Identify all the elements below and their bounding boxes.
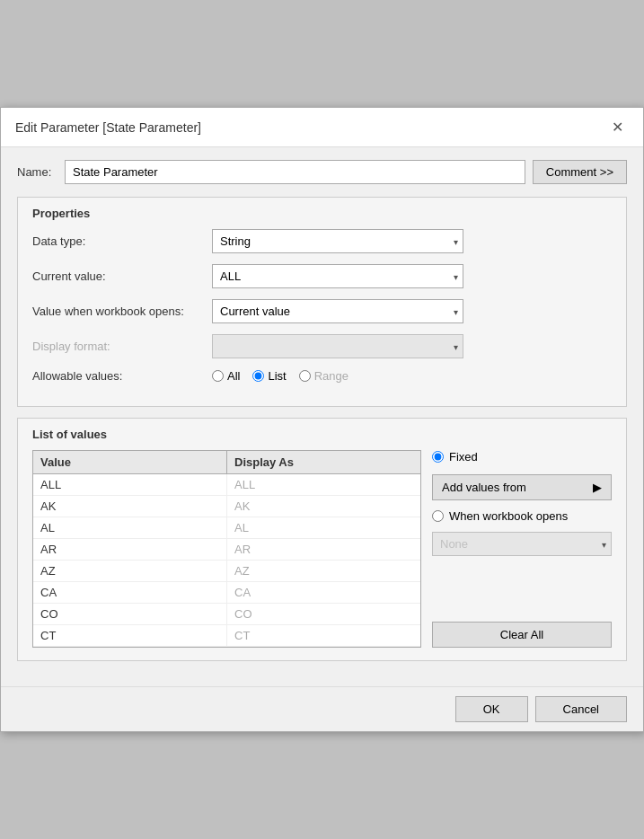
allowable-all-label: All [227, 369, 240, 383]
display-format-select [212, 334, 463, 358]
list-cell-value: CT [33, 625, 227, 646]
none-select: None [432, 532, 612, 556]
allowable-values-label: Allowable values: [32, 369, 212, 383]
workbook-opens-radio[interactable] [432, 510, 444, 522]
dialog-title: Edit Parameter [State Parameter] [15, 120, 201, 135]
data-type-row: Data type: String Integer Float Boolean … [32, 229, 612, 253]
list-cell-display: AK [227, 496, 420, 517]
dialog-content: Name: Comment >> Properties Data type: S… [1, 147, 643, 686]
workbook-opens-row: Value when workbook opens: Current value… [32, 299, 612, 323]
workbook-opens-select[interactable]: Current value None All [212, 299, 463, 323]
allowable-range-radio[interactable] [299, 370, 311, 382]
column-display-header: Display As [227, 451, 420, 473]
display-format-select-wrapper: ▾ [212, 334, 463, 358]
current-value-label: Current value: [32, 269, 212, 283]
list-item[interactable]: AK AK [33, 496, 420, 517]
none-select-wrapper: None ▾ [432, 532, 612, 556]
add-values-button[interactable]: Add values from ▶ [432, 474, 612, 500]
allowable-all-option[interactable]: All [212, 369, 240, 383]
allowable-list-radio[interactable] [252, 370, 264, 382]
list-item[interactable]: CA CA [33, 582, 420, 604]
clear-all-button[interactable]: Clear All [432, 622, 612, 648]
list-body: Value Display As ALL ALL AK AK AL AL AR … [32, 450, 612, 648]
edit-parameter-dialog: Edit Parameter [State Parameter] ✕ Name:… [0, 107, 644, 732]
list-cell-display: ALL [227, 474, 420, 495]
list-item[interactable]: AR AR [33, 539, 420, 561]
workbook-opens-list-label: When workbook opens [449, 509, 568, 523]
current-value-select-wrapper: ALL AK AL AR AZ CA CO CT ▾ [212, 264, 463, 288]
list-table: Value Display As ALL ALL AK AK AL AL AR … [32, 450, 421, 648]
fixed-label: Fixed [449, 450, 478, 464]
properties-title: Properties [32, 207, 612, 220]
list-header: Value Display As [33, 451, 420, 474]
list-cell-display: AR [227, 539, 420, 560]
allowable-values-radio-group: All List Range [212, 369, 348, 383]
list-cell-value: AK [33, 496, 227, 517]
list-cell-display: CO [227, 604, 420, 624]
name-input[interactable] [65, 160, 525, 184]
display-format-label: Display format: [32, 340, 212, 353]
name-label: Name: [17, 165, 57, 179]
data-type-select-wrapper: String Integer Float Boolean Date DateTi… [212, 229, 463, 253]
list-cell-value: AR [33, 539, 227, 560]
column-value-header: Value [33, 451, 227, 473]
list-section: List of values Value Display As ALL ALL … [17, 418, 627, 661]
ok-button[interactable]: OK [455, 696, 528, 722]
list-cell-value: AZ [33, 561, 227, 581]
allowable-list-option[interactable]: List [252, 369, 286, 383]
fixed-radio[interactable] [432, 451, 444, 463]
list-item[interactable]: CO CO [33, 604, 420, 625]
list-section-title: List of values [32, 428, 612, 441]
list-cell-display: AZ [227, 561, 420, 581]
title-bar: Edit Parameter [State Parameter] ✕ [1, 108, 643, 147]
properties-section: Properties Data type: String Integer Flo… [17, 197, 627, 407]
close-button[interactable]: ✕ [606, 117, 629, 137]
list-item[interactable]: AZ AZ [33, 561, 420, 582]
list-item[interactable]: AL AL [33, 517, 420, 539]
allowable-range-label: Range [314, 369, 348, 383]
list-cell-display: AL [227, 517, 420, 538]
list-scroll-area[interactable]: ALL ALL AK AK AL AL AR AR AZ AZ CA CA CO… [33, 474, 420, 647]
list-controls: Fixed Add values from ▶ When workbook op… [432, 450, 612, 648]
name-row: Name: Comment >> [17, 160, 627, 184]
list-cell-value: AL [33, 517, 227, 538]
list-cell-value: CO [33, 604, 227, 624]
data-type-select[interactable]: String Integer Float Boolean Date DateTi… [212, 229, 463, 253]
list-item[interactable]: CT CT [33, 625, 420, 647]
allowable-list-label: List [268, 369, 286, 383]
workbook-radio-row: When workbook opens [432, 509, 612, 523]
cancel-button[interactable]: Cancel [535, 696, 627, 722]
list-cell-value: CA [33, 582, 227, 603]
current-value-row: Current value: ALL AK AL AR AZ CA CO CT … [32, 264, 612, 288]
current-value-select[interactable]: ALL AK AL AR AZ CA CO CT [212, 264, 463, 288]
list-cell-display: CT [227, 625, 420, 646]
list-cell-display: CA [227, 582, 420, 603]
add-values-arrow-icon: ▶ [593, 481, 602, 494]
add-values-label: Add values from [442, 481, 526, 494]
workbook-opens-label: Value when workbook opens: [32, 305, 212, 318]
dialog-footer: OK Cancel [1, 686, 643, 731]
allowable-all-radio[interactable] [212, 370, 224, 382]
comment-button[interactable]: Comment >> [533, 160, 627, 184]
list-cell-value: ALL [33, 474, 227, 495]
allowable-range-option[interactable]: Range [299, 369, 348, 383]
workbook-opens-select-wrapper: Current value None All ▾ [212, 299, 463, 323]
display-format-row: Display format: ▾ [32, 334, 612, 358]
fixed-radio-row: Fixed [432, 450, 612, 464]
list-item[interactable]: ALL ALL [33, 474, 420, 496]
data-type-label: Data type: [32, 234, 212, 248]
allowable-values-row: Allowable values: All List Range [32, 369, 612, 383]
